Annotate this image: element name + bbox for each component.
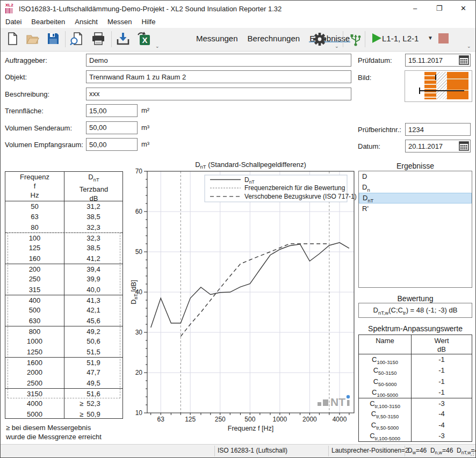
table-row: 10032,3 [5, 232, 122, 243]
freq-cell: 500 [5, 305, 64, 315]
toolbar-overflow-caret[interactable]: ⌄ [335, 43, 339, 49]
export-report-button[interactable] [114, 31, 132, 48]
value-cell: 38,5 [64, 212, 122, 222]
statusbar-section-3: Dw=46 Dn,w=46 DnT,w=48 R'w=47 [405, 445, 476, 457]
table-row: 250049,5 [5, 378, 122, 388]
freq-cell: 125 [5, 243, 64, 253]
form-input-4[interactable] [86, 104, 138, 117]
wall-image[interactable] [405, 70, 472, 102]
freq-cell: 2000 [5, 367, 64, 377]
app-logo-icon: XL2 [5, 3, 16, 14]
minimize-button[interactable]: – [403, 1, 427, 17]
value-cell: 40,0 [64, 285, 122, 295]
result-item-r'[interactable]: R' [359, 203, 472, 214]
settings-button[interactable] [311, 31, 328, 48]
spektrum-col1-header: Name [359, 335, 411, 345]
chevron-down-icon[interactable]: ▼ [428, 35, 433, 41]
menu-item-messen[interactable]: Messen [103, 17, 137, 28]
maximize-button[interactable]: ❐ [427, 1, 451, 17]
table-row: 8032,3 [5, 222, 122, 232]
spektrum-row: C100-3150-1 [359, 354, 472, 365]
svg-text:NT: NT [330, 396, 345, 408]
table-row: 5000≥50,9 [5, 409, 122, 419]
excel-export-icon: X [136, 32, 151, 46]
close-button[interactable]: ✕ [451, 1, 475, 17]
result-item-d[interactable]: D [359, 171, 472, 182]
value-cell: 32,3 [64, 222, 122, 232]
excel-export-button[interactable]: X [135, 31, 152, 48]
table-footnote-line1: ≥ bei diesem Messergebnis [6, 424, 91, 432]
new-file-button[interactable] [4, 31, 21, 48]
value-cell: 45,6 [64, 316, 122, 326]
result-item-dnt[interactable]: DnT [359, 193, 472, 203]
svg-text:DnT​ [dB]: DnT​ [dB] [130, 280, 139, 304]
datum-input[interactable] [406, 140, 458, 152]
print-button[interactable] [90, 31, 107, 48]
svg-text:50: 50 [135, 248, 143, 256]
freq-cell: 63 [5, 212, 64, 222]
menu-item-ansicht[interactable]: Ansicht [70, 17, 103, 28]
pruefdatum-input[interactable] [406, 54, 458, 66]
toolbar-separator [365, 31, 365, 47]
reference-curve [181, 244, 329, 337]
menu-item-bearbeiten[interactable]: Bearbeiten [26, 17, 70, 28]
toolbar-overflow-caret[interactable]: ⌄ [155, 43, 160, 49]
svg-text:20: 20 [135, 369, 143, 376]
pruefberichtnr-input[interactable] [405, 123, 471, 136]
open-project-button[interactable] [24, 31, 41, 48]
value-cell: 42,1 [64, 305, 122, 315]
print-icon [91, 32, 105, 46]
spektrum-col2-header: Wert dB [412, 335, 472, 354]
stop-button[interactable] [438, 33, 449, 43]
value-cell: 51,9 [64, 358, 122, 368]
svg-text:X: X [142, 35, 147, 45]
measurement-selector[interactable]: L1-1, L2-1 [382, 34, 419, 43]
pruefdatum-field[interactable] [405, 54, 471, 67]
form-input-5[interactable] [86, 121, 138, 134]
tab-messungen[interactable]: Messungen [191, 28, 243, 45]
svg-text:63: 63 [157, 416, 165, 423]
export-download-icon [116, 32, 130, 46]
datum-field[interactable] [405, 140, 471, 152]
svg-text:70: 70 [135, 168, 143, 175]
menubar: DateiBearbeitenAnsichtMessenHilfe [1, 17, 475, 28]
value-cell: 41,2 [64, 253, 122, 264]
table-row: 200047,7 [5, 367, 122, 377]
spektrum-value: -3 [412, 398, 472, 409]
form-input-6[interactable] [86, 138, 138, 151]
spektrum-row: Ctr,100-3150-3 [359, 398, 472, 409]
table-footnote-line2: wurde die Messgrenze erreicht [6, 433, 102, 441]
play-icon [370, 32, 383, 45]
calendar-icon[interactable] [459, 141, 469, 151]
save-button[interactable] [45, 31, 62, 48]
value-cell: 31,2 [64, 201, 122, 212]
table-row: 25039,9 [5, 274, 122, 284]
value-cell: 51,5 [64, 347, 122, 357]
toolbar-separator [65, 31, 66, 47]
svg-text:2000: 2000 [302, 416, 317, 423]
form-input-3[interactable] [86, 88, 351, 100]
form-input-1[interactable] [86, 54, 351, 67]
calendar-icon[interactable] [459, 55, 469, 65]
value-cell: 49,2 [64, 326, 122, 337]
freq-cell: 80 [5, 222, 64, 232]
svg-text:Frequenzbereich für die Bewert: Frequenzbereich für die Bewertung [244, 184, 345, 192]
result-item-dn[interactable]: Dn [359, 182, 472, 193]
freq-cell: 1250 [5, 347, 64, 357]
menu-item-hilfe[interactable]: Hilfe [136, 17, 160, 28]
value-cell: 47,7 [64, 367, 122, 377]
form-input-2[interactable] [86, 70, 351, 83]
table-row: 5031,2 [5, 201, 122, 212]
titlebar: XL2 ISO16283-1-Luftschalldämmung-Demo-Pr… [1, 1, 475, 17]
menu-item-datei[interactable]: Datei [1, 17, 26, 28]
table-row: 16041,2 [5, 253, 122, 264]
table-row: 80049,2 [5, 326, 122, 336]
unit-label: m³ [141, 123, 149, 132]
toolbar-overflow-caret[interactable]: ⌄ [467, 43, 471, 49]
spektrum-value: -4 [412, 420, 472, 431]
svg-text:125: 125 [185, 416, 196, 423]
print-preview-button[interactable] [68, 31, 85, 48]
tab-berechnungen[interactable]: Berechnungen [243, 28, 305, 45]
freq-cell: 2500 [5, 378, 64, 388]
usb-connect-button[interactable] [347, 31, 364, 48]
